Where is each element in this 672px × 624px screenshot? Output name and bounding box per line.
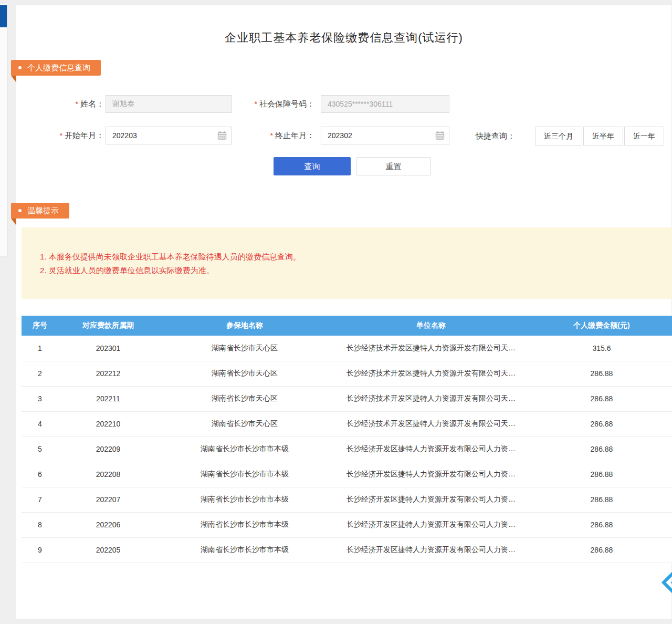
bullet-dot-icon xyxy=(18,209,22,212)
cell-amount: 286.88 xyxy=(531,411,672,436)
header-company: 单位名称 xyxy=(331,316,531,336)
section-badge-query: 个人缴费信息查询 xyxy=(11,60,101,76)
section-badge-tips-label: 温馨提示 xyxy=(27,206,59,216)
sidebar-blue-tab[interactable] xyxy=(0,5,7,27)
ssn-label: *社会保障号码： xyxy=(237,95,314,113)
reset-button[interactable]: 重置 xyxy=(356,157,431,175)
cell-period: 202211 xyxy=(58,386,158,411)
quick-query-label: 快捷查询： xyxy=(476,127,515,145)
cell-company: 长沙经济技术开发区捷特人力资源开发有限公司天… xyxy=(331,386,531,411)
cell-amount: 315.6 xyxy=(531,336,672,361)
table-row: 4202210湖南省长沙市天心区长沙经济技术开发区捷特人力资源开发有限公司天…2… xyxy=(22,411,672,436)
quick-query-group: 近三个月 近半年 近一年 xyxy=(535,127,664,145)
section-badge-tips: 温馨提示 xyxy=(11,203,69,219)
required-asterisk: * xyxy=(255,100,257,108)
table-row: 6202208湖南省长沙市长沙市市本级长沙经济开发区捷特人力资源开发有限公司人力… xyxy=(22,462,672,487)
cell-area: 湖南省长沙市天心区 xyxy=(158,336,331,361)
calendar-icon[interactable] xyxy=(217,131,227,140)
page-title: 企业职工基本养老保险缴费信息查询(试运行) xyxy=(16,30,671,46)
cell-amount: 286.88 xyxy=(531,361,672,386)
ssn-input xyxy=(321,95,449,113)
quick-btn-last-3-months[interactable]: 近三个月 xyxy=(535,127,582,145)
query-button[interactable]: 查询 xyxy=(274,157,351,175)
cell-period: 202208 xyxy=(58,462,158,487)
cell-area: 湖南省长沙市长沙市市本级 xyxy=(158,487,331,512)
notice-line-2: 2. 灵活就业人员的缴费单位信息以实际缴费为准。 xyxy=(40,264,662,277)
table-header-row: 序号 对应费款所属期 参保地名称 单位名称 个人缴费金额(元) xyxy=(22,316,672,336)
main-panel: 企业职工基本养老保险缴费信息查询(试运行) 个人缴费信息查询 *姓名： *社会保… xyxy=(16,4,672,620)
header-amount: 个人缴费金额(元) xyxy=(531,316,672,336)
start-date-input[interactable] xyxy=(106,127,232,144)
table-row: 8202206湖南省长沙市长沙市市本级长沙经济开发区捷特人力资源开发有限公司人力… xyxy=(22,512,672,537)
table-row: 2202212湖南省长沙市天心区长沙经济技术开发区捷特人力资源开发有限公司天…2… xyxy=(22,361,672,386)
header-period: 对应费款所属期 xyxy=(58,316,158,336)
table-row: 7202207湖南省长沙市长沙市市本级长沙经济开发区捷特人力资源开发有限公司人力… xyxy=(22,487,672,512)
quick-btn-last-year[interactable]: 近一年 xyxy=(624,127,664,145)
required-asterisk: * xyxy=(60,131,62,140)
cell-seq: 6 xyxy=(22,462,58,487)
cell-company: 长沙经济开发区捷特人力资源开发有限公司人力资… xyxy=(331,512,531,537)
cell-seq: 7 xyxy=(22,487,58,512)
cell-amount: 286.88 xyxy=(531,386,672,411)
quick-btn-last-half-year[interactable]: 近半年 xyxy=(583,127,623,145)
cell-seq: 9 xyxy=(22,537,58,563)
cell-area: 湖南省长沙市天心区 xyxy=(158,411,331,436)
cell-seq: 2 xyxy=(22,361,58,386)
cell-area: 湖南省长沙市长沙市市本级 xyxy=(158,462,331,487)
cell-seq: 4 xyxy=(22,411,58,436)
cell-seq: 3 xyxy=(22,386,58,411)
cell-amount: 286.88 xyxy=(531,436,672,462)
cell-period: 202205 xyxy=(58,537,158,563)
cell-area: 湖南省长沙市天心区 xyxy=(158,361,331,386)
page-root: 企业职工基本养老保险缴费信息查询(试运行) 个人缴费信息查询 *姓名： *社会保… xyxy=(0,0,672,624)
left-sidebar-strip xyxy=(0,4,7,256)
cell-amount: 286.88 xyxy=(531,487,672,512)
cell-area: 湖南省长沙市长沙市市本级 xyxy=(158,512,331,537)
table-body: 1202301湖南省长沙市天心区长沙经济技术开发区捷特人力资源开发有限公司天…3… xyxy=(22,336,672,563)
required-asterisk: * xyxy=(270,131,273,140)
cell-seq: 8 xyxy=(22,512,58,537)
cell-company: 长沙经济开发区捷特人力资源开发有限公司人力资… xyxy=(331,462,531,487)
table-row: 5202209湖南省长沙市长沙市市本级长沙经济开发区捷特人力资源开发有限公司人力… xyxy=(22,436,672,462)
notice-line-1: 1. 本服务仅提供尚未领取企业职工基本养老保险待遇人员的缴费信息查询。 xyxy=(40,250,662,264)
start-date-label: *开始年月： xyxy=(45,127,104,144)
table-row: 1202301湖南省长沙市天心区长沙经济技术开发区捷特人力资源开发有限公司天…3… xyxy=(22,336,672,361)
cell-area: 湖南省长沙市天心区 xyxy=(158,386,331,411)
cell-amount: 286.88 xyxy=(531,537,672,563)
cell-company: 长沙经济技术开发区捷特人力资源开发有限公司天… xyxy=(331,361,531,386)
results-table: 序号 对应费款所属期 参保地名称 单位名称 个人缴费金额(元) 1202301湖… xyxy=(22,316,672,563)
table-row: 9202205湖南省长沙市长沙市市本级长沙经济开发区捷特人力资源开发有限公司人力… xyxy=(22,537,672,563)
cell-period: 202209 xyxy=(58,436,158,462)
cell-company: 长沙经济开发区捷特人力资源开发有限公司人力资… xyxy=(331,487,531,512)
calendar-icon[interactable] xyxy=(435,131,445,140)
name-input xyxy=(106,95,232,113)
cell-seq: 1 xyxy=(22,336,58,361)
cell-amount: 286.88 xyxy=(531,512,672,537)
cell-company: 长沙经济技术开发区捷特人力资源开发有限公司天… xyxy=(331,336,531,361)
cell-seq: 5 xyxy=(22,436,58,462)
cell-company: 长沙经济开发区捷特人力资源开发有限公司人力资… xyxy=(331,537,531,563)
required-asterisk: * xyxy=(76,100,78,108)
notice-box: 1. 本服务仅提供尚未领取企业职工基本养老保险待遇人员的缴费信息查询。 2. 灵… xyxy=(22,227,672,299)
bullet-dot-icon xyxy=(18,66,22,69)
collapse-double-chevron-icon[interactable] xyxy=(661,570,672,595)
end-date-input[interactable] xyxy=(321,127,449,144)
cell-amount: 286.88 xyxy=(531,462,672,487)
header-seq: 序号 xyxy=(22,316,58,336)
cell-period: 202210 xyxy=(58,411,158,436)
cell-area: 湖南省长沙市长沙市市本级 xyxy=(158,436,331,462)
table-row: 3202211湖南省长沙市天心区长沙经济技术开发区捷特人力资源开发有限公司天…2… xyxy=(22,386,672,411)
name-label: *姓名： xyxy=(45,95,104,113)
cell-period: 202207 xyxy=(58,487,158,512)
cell-period: 202301 xyxy=(58,336,158,361)
section-badge-query-label: 个人缴费信息查询 xyxy=(27,63,90,73)
cell-company: 长沙经济技术开发区捷特人力资源开发有限公司天… xyxy=(331,411,531,436)
cell-company: 长沙经济开发区捷特人力资源开发有限公司人力资… xyxy=(331,436,531,462)
cell-period: 202212 xyxy=(58,361,158,386)
cell-period: 202206 xyxy=(58,512,158,537)
header-area: 参保地名称 xyxy=(158,316,331,336)
cell-area: 湖南省长沙市长沙市市本级 xyxy=(158,537,331,563)
end-date-label: *终止年月： xyxy=(237,127,314,144)
